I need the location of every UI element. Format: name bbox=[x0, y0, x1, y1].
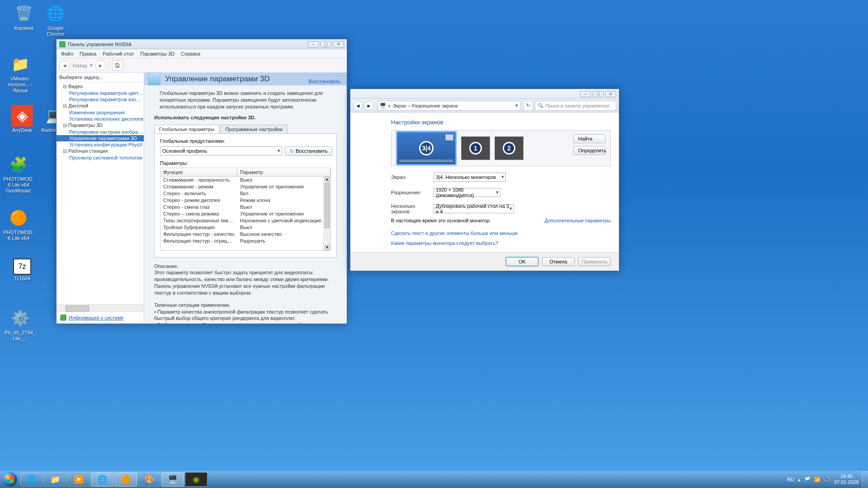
forward-button[interactable]: ► bbox=[95, 60, 106, 71]
minimize-button[interactable]: ─ bbox=[308, 41, 319, 47]
maximize-button[interactable]: ▢ bbox=[593, 91, 604, 97]
gp-combo[interactable]: Основной профиль bbox=[160, 146, 282, 155]
tree-link[interactable]: Установка нескольких дисплеев bbox=[57, 116, 144, 122]
tab-program[interactable]: Программные настройки bbox=[220, 125, 288, 133]
menu-edit[interactable]: Правка bbox=[80, 51, 96, 56]
resolution-combo[interactable]: 868 × 488 (рекомендуется) bbox=[434, 188, 500, 197]
param-func: Стерео - включить bbox=[160, 190, 237, 197]
tree-cat-display[interactable]: Дисплей bbox=[57, 103, 144, 109]
tb-display[interactable]: 🖥️ bbox=[161, 472, 184, 487]
nvidia-titlebar[interactable]: Панель управления NVIDIA ─ ▢ ✕ bbox=[57, 39, 347, 49]
minimize-button[interactable]: ─ bbox=[580, 91, 591, 97]
text-size-link[interactable]: Сделать текст и другие элементы больше и… bbox=[391, 230, 518, 236]
multi-combo[interactable]: Дублировать рабочий стол на 3 и 4 bbox=[434, 204, 514, 213]
find-button[interactable]: Найти bbox=[573, 134, 606, 143]
menu-desktop[interactable]: Рабочий стол bbox=[103, 51, 134, 56]
desktop-icon-anydesk[interactable]: ◈AnyDesk bbox=[6, 105, 38, 133]
monitor-1[interactable]: 1 bbox=[461, 136, 490, 160]
nav-forward[interactable]: ► bbox=[364, 101, 374, 111]
bc-2[interactable]: Разрешение экрана bbox=[412, 103, 458, 108]
col-param[interactable]: Параметр bbox=[237, 168, 330, 176]
desktop-icon-phlite[interactable]: ⚙️Ph_65_2764_Lite_... bbox=[5, 307, 36, 342]
param-row[interactable]: Стерео - режим дисплеяРежим клона bbox=[160, 197, 330, 204]
menu-file[interactable]: Файл bbox=[61, 51, 73, 56]
tray-volume-icon[interactable]: 🔊 bbox=[824, 477, 830, 483]
scroll-up[interactable]: ▲ bbox=[325, 177, 330, 182]
monitor-34[interactable]: 3|4 bbox=[396, 131, 457, 165]
monitor-2[interactable]: 2 bbox=[495, 136, 524, 160]
tray-lang[interactable]: RU bbox=[787, 477, 794, 482]
sysinfo-link[interactable]: Информация о системе bbox=[69, 315, 123, 320]
gp-restore-button[interactable]: ↻Восстановить bbox=[285, 146, 332, 156]
icon-label: Ph_65_2764_Lite_... bbox=[5, 330, 36, 342]
tb-photomod[interactable]: 🟠 bbox=[114, 472, 137, 487]
param-row[interactable]: Стерео – смена режимаУправление от прило… bbox=[160, 211, 330, 217]
desktop-icon-photomod[interactable]: 🟠PHOTOMOD.6 Lite x64 bbox=[3, 207, 34, 241]
tree-link[interactable]: Регулировка настроек изображения с просм… bbox=[57, 129, 144, 135]
tree-link[interactable]: Изменение разрешения bbox=[57, 109, 144, 116]
banner-restore-link[interactable]: Восстановить bbox=[309, 79, 340, 84]
tray-flag-icon[interactable]: 🏳️ bbox=[804, 477, 811, 483]
param-row[interactable]: Тройная буферизацияВыкл bbox=[160, 224, 330, 231]
apply-button[interactable]: Применить bbox=[578, 257, 611, 266]
v-scrollbar[interactable]: ▲ ▼ bbox=[323, 177, 330, 250]
show-desktop-button[interactable] bbox=[862, 471, 868, 488]
back-button[interactable]: ◄ bbox=[59, 60, 70, 71]
tree-cat-video[interactable]: Видео bbox=[57, 83, 144, 90]
home-button[interactable]: 🏠 bbox=[112, 60, 123, 71]
param-row[interactable]: Сглаживание - прозрачностьВыкл bbox=[160, 177, 330, 183]
tree-link[interactable]: Регулировка параметров цвета для видео bbox=[57, 90, 144, 96]
tray-chevron-icon[interactable]: ▴ bbox=[798, 477, 801, 483]
breadcrumb[interactable]: 🖥️ « Экран› Разрешение экрана ▾ bbox=[377, 101, 520, 111]
tb-nvidia[interactable]: ◉ bbox=[185, 472, 208, 487]
tree-link-selected[interactable]: Управление параметрами 3D bbox=[57, 135, 144, 141]
cancel-button[interactable]: Отмена bbox=[542, 257, 575, 266]
tree-cat-ws[interactable]: Рабочая станция bbox=[57, 148, 144, 155]
h-scrollbar[interactable] bbox=[57, 304, 144, 311]
desktop-icon-geomosaic[interactable]: 🧩PHOTOMOD.6 Lite x64 GeoMosaic bbox=[3, 154, 34, 194]
close-button[interactable]: ✕ bbox=[333, 41, 344, 47]
param-row[interactable]: Типы экспортированных пикселовНаложения … bbox=[160, 217, 330, 224]
refresh-button[interactable]: ↻ bbox=[523, 101, 533, 111]
monitor-help-link[interactable]: Какие параметры монитора следует выбрать… bbox=[391, 240, 498, 246]
menu-3d[interactable]: Параметры 3D bbox=[140, 51, 175, 56]
desktop-icon-trash[interactable]: 🗑️Корзина bbox=[8, 3, 40, 31]
bc-1[interactable]: Экран bbox=[392, 103, 406, 108]
tree-link[interactable]: Регулировка параметров изображения для в… bbox=[57, 96, 144, 103]
col-function[interactable]: Функция bbox=[160, 168, 237, 176]
scroll-down[interactable]: ▼ bbox=[325, 245, 330, 250]
tb-chrome[interactable]: 🌐 bbox=[91, 472, 113, 487]
tb-ie[interactable]: 🌐 bbox=[20, 472, 43, 487]
tb-explorer[interactable]: 📁 bbox=[44, 472, 66, 487]
desktop-icon-7z[interactable]: 7z7z1604 bbox=[6, 258, 38, 282]
tray-network-icon[interactable]: 📶 bbox=[814, 477, 821, 483]
tree-link[interactable]: Просмотр системной топологии bbox=[57, 155, 144, 161]
desktop-icon-vmware[interactable]: 📁VMware-Horizon... - Ярлык bbox=[5, 53, 36, 94]
tree-cat-3d[interactable]: Параметры 3D bbox=[57, 122, 144, 129]
nav-back[interactable]: ◄ bbox=[353, 101, 363, 111]
close-button[interactable]: ✕ bbox=[605, 91, 616, 97]
task-tree[interactable]: Видео Регулировка параметров цвета для в… bbox=[57, 82, 144, 304]
param-row[interactable]: Стерео - включитьВкл bbox=[160, 190, 330, 197]
tb-paint[interactable]: 🎨 bbox=[138, 472, 160, 487]
monitor-arrangement[interactable]: 3|4 1 2 Найти Определить bbox=[391, 130, 611, 166]
ok-button[interactable]: OK bbox=[506, 257, 538, 266]
menu-help[interactable]: Справка bbox=[181, 51, 200, 56]
screen-combo[interactable]: 3|4. Несколько мониторов bbox=[434, 173, 506, 182]
param-row[interactable]: Стерео - смена глазВыкл bbox=[160, 204, 330, 211]
desktop-icon-chrome[interactable]: 🌐Google Chrome bbox=[40, 3, 71, 37]
maximize-button[interactable]: ▢ bbox=[321, 41, 331, 47]
tb-media[interactable]: ▶️ bbox=[67, 472, 90, 487]
tree-link[interactable]: Установка конфигурации PhysX bbox=[57, 141, 144, 148]
param-row[interactable]: Фильтрация текстур - качествоВысокое кач… bbox=[160, 231, 330, 238]
tab-global[interactable]: Глобальные параметры bbox=[154, 125, 219, 133]
param-row[interactable]: Сглаживание - режимУправление от приложе… bbox=[160, 183, 330, 190]
search-input[interactable]: 🔍Поиск в панели управления bbox=[535, 101, 616, 111]
tray-clock[interactable]: 19:45 07.01.2020 bbox=[834, 474, 859, 485]
scroll-thumb[interactable] bbox=[325, 183, 330, 228]
detect-button[interactable]: Определить bbox=[573, 146, 606, 155]
param-row[interactable]: Фильтрация текстур - отрицательное о...Р… bbox=[160, 238, 330, 244]
display-titlebar[interactable]: ─ ▢ ✕ bbox=[350, 89, 619, 99]
start-button[interactable] bbox=[0, 471, 20, 488]
advanced-link[interactable]: Дополнительные параметры bbox=[544, 218, 611, 223]
